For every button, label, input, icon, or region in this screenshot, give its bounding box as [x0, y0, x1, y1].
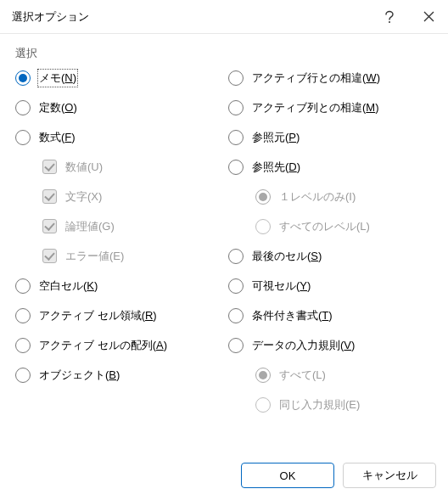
checkbox-icon — [42, 160, 57, 174]
radio-icon — [255, 397, 271, 413]
option-label: アクティブ セルの配列(A) — [39, 338, 167, 353]
option-label: すべて(L) — [279, 368, 326, 383]
option-label: データの入力規則(V) — [252, 338, 355, 353]
option-label: 空白セル(K) — [39, 278, 98, 294]
radio-icon — [255, 189, 271, 205]
option-label: 参照元(P) — [252, 130, 300, 145]
option-constants[interactable]: 定数(O) — [15, 93, 220, 122]
option-label: 参照先(D) — [252, 160, 300, 175]
radio-icon — [15, 338, 31, 353]
radio-icon — [15, 100, 31, 115]
option-logicals: 論理値(G) — [15, 211, 220, 241]
option-memo[interactable]: メモ(N) — [15, 63, 220, 93]
option-label: １レベルのみ(I) — [279, 189, 356, 205]
cancel-button[interactable]: キャンセル — [343, 463, 436, 488]
option-precedents[interactable]: 参照元(P) — [228, 122, 433, 152]
dialog-body: 選択 メモ(N) 定数(O) 数式(F) 数値(U) 文字(X) — [0, 34, 448, 428]
option-one-level: １レベルのみ(I) — [228, 182, 433, 211]
option-numbers: 数値(U) — [15, 152, 220, 182]
group-label: 選択 — [15, 46, 433, 61]
radio-icon — [228, 70, 244, 86]
option-label: 数値(U) — [65, 160, 103, 175]
title-bar: 選択オプション — [0, 0, 448, 34]
dialog-footer: OK キャンセル — [241, 463, 436, 488]
radio-icon — [15, 368, 31, 383]
close-icon — [423, 11, 434, 22]
radio-icon — [228, 100, 244, 115]
checkbox-icon — [42, 249, 57, 263]
option-current-region[interactable]: アクティブ セル領域(R) — [15, 301, 220, 330]
radio-icon — [15, 70, 31, 86]
radio-icon — [228, 249, 244, 264]
radio-icon — [255, 368, 271, 383]
option-dv-same: 同じ入力規則(E) — [228, 390, 433, 419]
option-column-differences[interactable]: アクティブ列との相違(M) — [228, 93, 433, 122]
option-all-levels: すべてのレベル(L) — [228, 211, 433, 241]
help-icon — [384, 10, 395, 24]
dialog-title: 選択オプション — [12, 9, 370, 25]
option-label: アクティブ列との相違(M) — [252, 100, 379, 115]
option-conditional-format[interactable]: 条件付き書式(T) — [228, 301, 433, 330]
option-label: 定数(O) — [39, 100, 77, 115]
option-label: 条件付き書式(T) — [252, 308, 333, 323]
radio-icon — [228, 160, 244, 175]
option-objects[interactable]: オブジェクト(B) — [15, 360, 220, 390]
option-label: 論理値(G) — [65, 219, 115, 234]
radio-icon — [15, 308, 31, 323]
option-label: エラー値(E) — [65, 249, 124, 264]
svg-point-0 — [389, 21, 390, 23]
checkbox-icon — [42, 219, 57, 233]
option-data-validation[interactable]: データの入力規則(V) — [228, 330, 433, 360]
radio-icon — [228, 278, 244, 294]
radio-icon — [15, 130, 31, 145]
option-formulas[interactable]: 数式(F) — [15, 122, 220, 152]
column-left: メモ(N) 定数(O) 数式(F) 数値(U) 文字(X) 論理値(G) — [15, 63, 220, 419]
radio-icon — [15, 278, 31, 294]
option-visible-cells[interactable]: 可視セル(Y) — [228, 271, 433, 301]
option-label: 可視セル(Y) — [252, 278, 311, 294]
option-dv-all: すべて(L) — [228, 360, 433, 390]
option-errors: エラー値(E) — [15, 241, 220, 271]
option-label: オブジェクト(B) — [39, 368, 120, 383]
option-label: すべてのレベル(L) — [279, 219, 370, 234]
radio-icon — [228, 338, 244, 353]
option-label: アクティブ行との相違(W) — [252, 70, 380, 86]
help-button[interactable] — [370, 0, 409, 34]
option-current-array[interactable]: アクティブ セルの配列(A) — [15, 330, 220, 360]
option-row-differences[interactable]: アクティブ行との相違(W) — [228, 63, 433, 93]
option-label: 文字(X) — [65, 189, 102, 205]
option-blanks[interactable]: 空白セル(K) — [15, 271, 220, 301]
option-label: 数式(F) — [39, 130, 76, 145]
option-last-cell[interactable]: 最後のセル(S) — [228, 241, 433, 271]
option-dependents[interactable]: 参照先(D) — [228, 152, 433, 182]
option-text: 文字(X) — [15, 182, 220, 211]
option-label: メモ(N) — [39, 70, 76, 86]
close-button[interactable] — [409, 0, 448, 34]
checkbox-icon — [42, 189, 57, 204]
radio-icon — [255, 219, 271, 234]
option-label: 最後のセル(S) — [252, 249, 322, 264]
column-right: アクティブ行との相違(W) アクティブ列との相違(M) 参照元(P) 参照先(D… — [228, 63, 433, 419]
ok-button[interactable]: OK — [241, 463, 334, 488]
radio-icon — [228, 308, 244, 323]
radio-icon — [228, 130, 244, 145]
option-label: 同じ入力規則(E) — [279, 397, 360, 413]
option-label: アクティブ セル領域(R) — [39, 308, 157, 323]
